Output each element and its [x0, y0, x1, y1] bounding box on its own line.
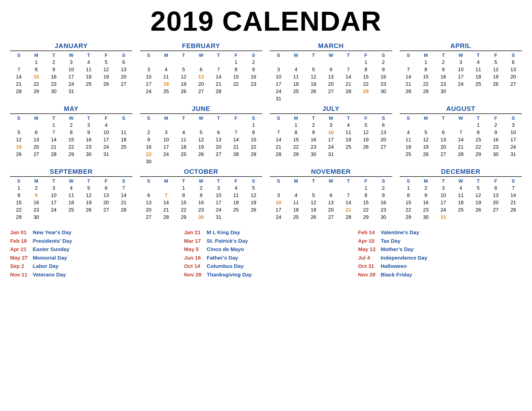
cal-day: 7: [340, 66, 357, 73]
cal-day: 27: [192, 88, 210, 95]
day-header: T: [45, 115, 62, 121]
day-header: F: [487, 115, 504, 121]
cal-day: 5: [305, 66, 322, 73]
cal-day: 2: [375, 184, 392, 192]
cal-day: 10: [435, 192, 452, 199]
day-header: T: [305, 115, 322, 121]
holiday-date: Feb 18: [10, 237, 33, 245]
cal-day: 8: [287, 129, 305, 136]
cal-day: 22: [357, 206, 374, 214]
cal-day: 29: [357, 88, 374, 95]
cal-table: SMTWTFS123456789101112131415161718192021…: [140, 178, 262, 221]
holiday-date: Nov 11: [10, 271, 33, 279]
cal-day: 15: [400, 199, 417, 206]
cal-day: [400, 121, 417, 129]
cal-table: SMTWTFS123456789101112131415161718192021…: [140, 115, 262, 165]
cal-day: 1: [245, 121, 262, 129]
month-block-march: MARCHSMTWTFS1234567891011121314151617181…: [270, 42, 392, 102]
cal-day: 23: [80, 143, 97, 151]
cal-day: 8: [245, 129, 262, 136]
cal-day: [140, 59, 157, 66]
cal-day: 28: [10, 88, 27, 95]
holiday-date: May 27: [10, 254, 33, 262]
holiday-date: Feb 14: [358, 228, 381, 236]
cal-day: 4: [97, 121, 115, 129]
day-header: T: [470, 52, 487, 59]
holiday-name: Cinco de Mayo: [207, 245, 244, 253]
cal-day: 18: [62, 199, 80, 206]
day-header: M: [287, 178, 305, 184]
cal-day: 12: [470, 192, 487, 199]
cal-day: 13: [27, 136, 45, 143]
cal-day: 1: [175, 184, 192, 192]
day-header: T: [80, 52, 97, 59]
cal-table: SMTWTFS123456789101112131415161718192021…: [400, 115, 522, 158]
day-header: S: [375, 115, 392, 121]
cal-day: 16: [417, 199, 434, 206]
cal-day: 21: [270, 143, 287, 151]
day-header: S: [375, 52, 392, 59]
cal-day: [375, 151, 392, 158]
holiday-name: Black Friday: [381, 271, 412, 279]
day-header: S: [115, 52, 132, 59]
cal-day: 3: [435, 184, 452, 192]
day-header: W: [62, 52, 80, 59]
month-title: OCTOBER: [140, 168, 262, 177]
cal-day: 7: [505, 184, 522, 192]
day-header: S: [140, 178, 157, 184]
cal-day: 26: [305, 214, 322, 221]
cal-day: 8: [357, 192, 374, 199]
cal-day: 27: [97, 206, 115, 214]
cal-day: 18: [400, 143, 417, 151]
cal-day: 8: [417, 66, 434, 73]
cal-day: 15: [62, 136, 80, 143]
day-header: M: [417, 178, 434, 184]
cal-day: 2: [45, 59, 62, 66]
cal-day: 5: [470, 184, 487, 192]
cal-day: 5: [10, 129, 27, 136]
cal-table: SMTWTFS123456789101112131415161718192021…: [270, 115, 392, 158]
cal-day: 11: [80, 66, 97, 73]
cal-day: 12: [357, 129, 374, 136]
day-header: F: [227, 178, 245, 184]
cal-day: 20: [115, 73, 132, 80]
cal-day: 2: [192, 184, 210, 192]
day-header: T: [340, 115, 357, 121]
cal-day: 4: [175, 129, 192, 136]
holiday-date: May 5: [184, 245, 207, 253]
cal-day: 10: [140, 73, 157, 80]
cal-day: 11: [287, 199, 305, 206]
cal-day: 9: [435, 66, 452, 73]
cal-day: 10: [45, 192, 62, 199]
cal-day: 9: [45, 66, 62, 73]
holiday-date: Oct 31: [358, 262, 381, 270]
day-header: F: [227, 115, 245, 121]
cal-day: 19: [417, 143, 434, 151]
cal-day: 11: [452, 192, 469, 199]
cal-day: 1: [417, 59, 434, 66]
cal-day: 12: [487, 66, 504, 73]
day-header: S: [375, 178, 392, 184]
cal-day: [227, 121, 245, 129]
month-title: AUGUST: [400, 105, 522, 114]
cal-day: [470, 214, 487, 221]
cal-day: 6: [435, 129, 452, 136]
cal-day: 22: [357, 80, 374, 88]
cal-day: 18: [80, 73, 97, 80]
holiday-name: Halloween: [381, 262, 407, 270]
cal-day: 8: [357, 66, 374, 73]
cal-day: 5: [487, 59, 504, 66]
day-header: T: [45, 52, 62, 59]
cal-day: 17: [435, 199, 452, 206]
cal-day: [157, 121, 175, 129]
cal-day: 17: [210, 199, 227, 206]
cal-day: 22: [62, 143, 80, 151]
cal-day: 24: [97, 143, 115, 151]
cal-day: 7: [400, 66, 417, 73]
cal-day: 12: [175, 73, 192, 80]
cal-day: 2: [435, 59, 452, 66]
day-header: S: [140, 115, 157, 121]
cal-day: 20: [505, 73, 522, 80]
cal-day: 25: [340, 143, 357, 151]
calendars-grid: JANUARYSMTWTFS12345678910111213141516171…: [10, 42, 522, 221]
